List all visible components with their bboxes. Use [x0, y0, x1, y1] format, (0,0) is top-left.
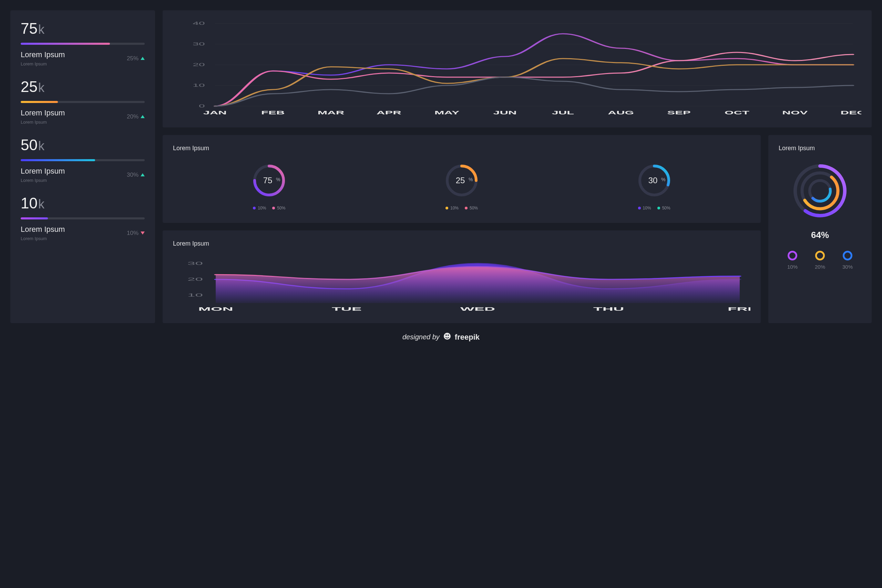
mini-label: 20%	[815, 264, 825, 270]
svg-text:10: 10	[188, 292, 203, 297]
radial-title: Lorem Ipsum	[778, 145, 861, 152]
svg-text:%: %	[661, 177, 665, 182]
stat-block: 10k Lorem Ipsum Lorem Ipsum 10%	[21, 195, 145, 241]
svg-text:20: 20	[193, 62, 205, 67]
svg-text:FEB: FEB	[261, 110, 285, 116]
mini-label: 10%	[787, 264, 798, 270]
stat-subtitle: Lorem Ipsum	[21, 236, 65, 241]
mini-ring-cell: 10%	[787, 251, 798, 270]
brand-icon	[443, 332, 452, 342]
donut-cell: 30 % 10%50%	[635, 162, 673, 210]
stat-title: Lorem Ipsum	[21, 108, 65, 117]
stat-percent: 10%	[127, 230, 145, 237]
stat-value: 25k	[21, 78, 145, 95]
triangle-up-icon	[141, 57, 145, 60]
svg-text:APR: APR	[376, 110, 401, 116]
svg-text:JUL: JUL	[552, 110, 574, 116]
donut-panel: Lorem Ipsum 75 % 10%50% 25 % 10%50%	[163, 135, 761, 223]
svg-point-49	[446, 334, 447, 336]
triangle-up-icon	[141, 173, 145, 176]
progress-bar	[21, 218, 145, 219]
progress-bar	[21, 43, 145, 45]
svg-point-47	[808, 179, 832, 203]
stat-percent: 20%	[127, 113, 145, 120]
donut-title: Lorem Ipsum	[173, 145, 750, 152]
progress-bar	[21, 159, 145, 161]
stat-value: 75k	[21, 20, 145, 37]
stat-block: 25k Lorem Ipsum Lorem Ipsum 20%	[21, 78, 145, 125]
svg-text:MAY: MAY	[435, 110, 460, 116]
ring-icon	[815, 251, 825, 260]
svg-text:JAN: JAN	[203, 110, 227, 116]
legend-item: 10%	[253, 206, 266, 210]
stat-subtitle: Lorem Ipsum	[21, 120, 65, 125]
svg-text:WED: WED	[460, 306, 495, 312]
ring-icon	[788, 251, 797, 260]
svg-text:NOV: NOV	[782, 110, 808, 116]
stat-block: 75k Lorem Ipsum Lorem Ipsum 25%	[21, 20, 145, 66]
footer-credit: designed by freepik	[10, 332, 872, 342]
svg-text:JUN: JUN	[493, 110, 516, 116]
svg-text:%: %	[469, 177, 473, 182]
sidebar-stats: 75k Lorem Ipsum Lorem Ipsum 25% 25k Lore…	[10, 10, 155, 323]
svg-text:10: 10	[193, 82, 205, 87]
ring-icon	[843, 251, 852, 260]
donut-cell: 75 % 10%50%	[250, 162, 288, 210]
svg-text:25: 25	[456, 176, 465, 185]
stat-block: 50k Lorem Ipsum Lorem Ipsum 30%	[21, 136, 145, 183]
stat-percent: 30%	[127, 171, 145, 178]
stat-title: Lorem Ipsum	[21, 167, 65, 176]
stat-value: 10k	[21, 195, 145, 212]
stat-title: Lorem Ipsum	[21, 225, 65, 234]
stat-title: Lorem Ipsum	[21, 50, 65, 59]
legend-item: 10%	[638, 206, 651, 210]
svg-text:30: 30	[193, 41, 205, 46]
svg-point-50	[447, 334, 449, 336]
svg-text:20: 20	[188, 277, 203, 281]
stat-subtitle: Lorem Ipsum	[21, 62, 65, 66]
legend-item: 50%	[272, 206, 285, 210]
legend-item: 50%	[657, 206, 670, 210]
progress-bar	[21, 101, 145, 103]
svg-text:THU: THU	[593, 306, 624, 312]
mini-ring-cell: 30%	[842, 251, 853, 270]
svg-text:TUE: TUE	[332, 306, 362, 312]
stat-value: 50k	[21, 136, 145, 154]
svg-text:40: 40	[193, 21, 205, 26]
area-title: Lorem Ipsum	[173, 240, 750, 248]
mini-ring-cell: 20%	[815, 251, 825, 270]
legend-item: 50%	[465, 206, 478, 210]
svg-text:SEP: SEP	[667, 110, 690, 116]
svg-point-48	[444, 333, 451, 340]
triangle-up-icon	[141, 115, 145, 118]
svg-text:MAR: MAR	[318, 110, 345, 116]
svg-text:75: 75	[263, 176, 273, 185]
svg-text:%: %	[276, 177, 280, 182]
donut-cell: 25 % 10%50%	[443, 162, 481, 210]
svg-text:OCT: OCT	[724, 110, 749, 116]
svg-text:0: 0	[199, 104, 205, 108]
svg-text:30: 30	[648, 176, 657, 185]
svg-text:MON: MON	[198, 306, 233, 312]
radial-panel: Lorem Ipsum 64% 10%20%30%	[768, 135, 872, 323]
mini-label: 30%	[842, 264, 853, 270]
legend-item: 10%	[446, 206, 459, 210]
svg-text:DEC: DEC	[841, 110, 861, 116]
triangle-down-icon	[141, 231, 145, 235]
stat-percent: 25%	[127, 55, 145, 62]
main-line-chart: 010203040JANFEBMARAPRMAYJUNJULAUGSEPOCTN…	[163, 10, 872, 128]
svg-text:AUG: AUG	[608, 110, 634, 116]
svg-text:FRI: FRI	[728, 306, 750, 312]
stat-subtitle: Lorem Ipsum	[21, 178, 65, 183]
area-panel: Lorem Ipsum 102030MONTUEWEDTHUFRI	[163, 231, 761, 323]
radial-pct: 64%	[778, 230, 861, 240]
svg-text:30: 30	[188, 261, 203, 266]
